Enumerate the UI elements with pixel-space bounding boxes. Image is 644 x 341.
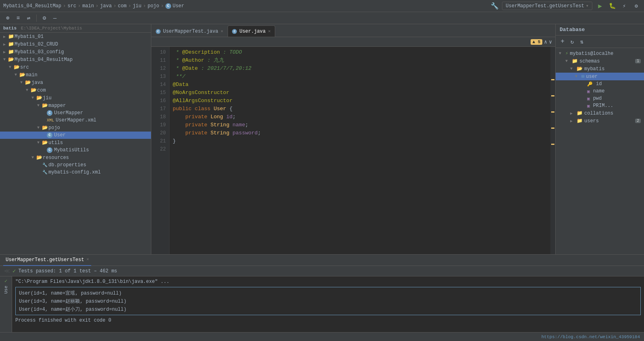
code-line-10: * @Description : TODO (173, 48, 547, 56)
db-user-table[interactable]: ▼ ⊞ user (556, 73, 644, 80)
sidebar-item-user[interactable]: ▶ C User (0, 132, 151, 139)
sidebar-label: Mybatis_03_config (15, 49, 64, 55)
footer-link[interactable]: https://blog.csdn.net/weixin_43959184 (542, 335, 640, 339)
java-file-icon: C (47, 110, 52, 116)
folder-icon: 📂 (7, 56, 15, 63)
toolbar-collapse-btn[interactable]: ≡ (14, 14, 23, 23)
test-pass-icon: ✓ (13, 268, 16, 274)
main-content: batis E:\IDEA_Project\Mybatis ▶ 📁 Mybati… (0, 24, 644, 254)
run-config[interactable]: UserMapperTest.getUsersTest ▾ (502, 2, 592, 10)
warning-badge: ▲ 5 (531, 39, 543, 45)
bottom-tab-test[interactable]: UserMapperTest.getUsersTest × (3, 255, 91, 266)
sidebar-label: Mybatis_01 (15, 34, 44, 40)
warning-down-btn[interactable]: ∨ (549, 39, 552, 45)
nav-back-icon[interactable]: ≪ (4, 268, 10, 274)
sidebar-item-resources[interactable]: ▼ 📂 resources (0, 154, 151, 161)
db-sync-btn[interactable]: ⇅ (577, 37, 586, 46)
db-col-pwd[interactable]: ▶ ▣ pwd (556, 95, 644, 102)
sidebar-label: utils (48, 140, 63, 146)
db-collations[interactable]: ▶ 📁 collations (556, 109, 644, 117)
sidebar-label: MybatisUtils (54, 147, 89, 153)
db-col-name[interactable]: ▶ ▣ name (556, 88, 644, 95)
sidebar-item-dbprops[interactable]: ▶ 🔧 db.properties (0, 161, 151, 169)
output-result-3: User(id=4, name=赵小刀, password=null) (19, 305, 637, 313)
sidebar-label: mybatis-config.xml (48, 169, 101, 175)
sidebar-label: pojo (48, 125, 60, 131)
output-area: ✓ Use "C:\Program Files\Java\jdk1.8.0_13… (0, 276, 644, 332)
sidebar-item-usermapper-xml[interactable]: ▶ XML UserMapper.xml (0, 117, 151, 124)
db-users-label: users (584, 118, 599, 124)
expand-arrow: ▶ (2, 42, 7, 47)
sidebar-item-mybatis02[interactable]: ▶ 📁 Mybatis_02_CRUD (0, 40, 151, 48)
sidebar-item-java[interactable]: ▼ 📂 java (0, 79, 151, 86)
sidebar-item-src[interactable]: ▼ 📂 src (0, 63, 151, 71)
sidebar-item-jiu[interactable]: ▼ 📂 jiu (0, 94, 151, 102)
toolbar-project-btn[interactable]: ⊕ (3, 14, 12, 23)
code-line-14: @Data (173, 81, 547, 89)
folder-icon: 📂 (36, 95, 43, 101)
output-sidebar-label[interactable]: Use (4, 286, 8, 294)
expand-arrow: ▼ (36, 140, 41, 145)
db-connection[interactable]: ▼ ⚡ mybatis@localhe (556, 50, 644, 57)
db-mybatis-icon: 📂 (577, 66, 583, 72)
debug-button[interactable]: 🐛 (608, 2, 617, 10)
db-col-icon: 🔑 (587, 82, 593, 87)
db-refresh-btn[interactable]: ↻ (568, 37, 577, 46)
sidebar-label: com (37, 88, 46, 93)
kotlin-icon: 🔧 (491, 2, 499, 10)
code-line-20: private String password; (173, 129, 547, 137)
sidebar-item-mybatis04[interactable]: ▼ 📂 Mybatis_04_ResultMap (0, 56, 151, 63)
sidebar-item-mybatis01[interactable]: ▶ 📁 Mybatis_01 (0, 33, 151, 40)
sidebar-item-pojo[interactable]: ▼ 📂 pojo (0, 124, 151, 132)
tab-usermappertest[interactable]: C UserMapperTest.java × (151, 25, 228, 37)
db-col-id[interactable]: ▶ 🔑 id (556, 80, 644, 88)
db-connection-icon: ⚡ (565, 50, 568, 56)
code-line-13: **/ (173, 73, 547, 81)
sidebar-item-mybatisconfig[interactable]: ▶ 🔧 mybatis-config.xml (0, 169, 151, 176)
tab-user[interactable]: C User.java × (228, 25, 275, 37)
tab-close-btn[interactable]: × (268, 29, 271, 34)
toolbar-close-btn[interactable]: — (50, 14, 59, 23)
bottom-tab-close[interactable]: × (86, 257, 89, 262)
db-collations-label: collations (584, 111, 613, 116)
run-config-dropdown-icon[interactable]: ▾ (586, 3, 589, 9)
code-content: * @Description : TODO * @Author : 九九 * @… (169, 47, 550, 254)
folder-icon: 📂 (41, 125, 48, 131)
folder-icon: 📂 (41, 140, 48, 146)
db-users[interactable]: ▶ 📁 users 2 (556, 117, 644, 125)
profile-button[interactable]: ⚙ (632, 2, 641, 10)
scroll-mark-1 (551, 79, 554, 80)
sidebar-item-com[interactable]: ▼ 📂 com (0, 86, 151, 94)
scroll-mark-5 (551, 144, 554, 145)
code-editor[interactable]: 10 11 12 13 14 15 16 17 18 19 20 21 22 *… (151, 47, 555, 254)
db-col-label: PRIM... (593, 103, 613, 109)
toolbar-scroll-btn[interactable]: ⇌ (24, 14, 33, 23)
folder-icon: 📁 (7, 41, 15, 47)
tab-close-btn[interactable]: × (221, 29, 224, 34)
db-mybatis[interactable]: ▼ 📂 mybatis (556, 65, 644, 73)
sidebar-item-mapper[interactable]: ▼ 📂 mapper (0, 102, 151, 109)
sidebar-item-mybatis03[interactable]: ▶ 📁 Mybatis_03_config (0, 48, 151, 56)
db-col-icon: ▣ (587, 96, 590, 101)
db-col-prim[interactable]: ▶ ▣ PRIM... (556, 102, 644, 109)
java-tab-icon: C (232, 29, 237, 34)
project-label: batis (3, 26, 17, 31)
coverage-button[interactable]: ⚡ (620, 2, 629, 10)
code-line-11: * @Author : 九九 (173, 56, 547, 65)
sidebar-item-mybatisutils[interactable]: ▶ C MybatisUtils (0, 146, 151, 154)
sidebar-item-usermapper-java[interactable]: ▶ C UserMapper (0, 109, 151, 117)
top-bar: Mybatis_04_ResultMap › src › main › java… (0, 0, 644, 12)
folder-icon: 📂 (36, 155, 43, 161)
bottom-panel: UserMapperTest.getUsersTest × ≪ ✓ Tests … (0, 254, 644, 341)
db-expand-arrow: ▼ (565, 59, 570, 63)
db-schemas[interactable]: ▼ 📁 schemas 1 (556, 57, 644, 65)
sidebar-item-main[interactable]: ▼ 📂 main (0, 71, 151, 79)
code-line-15: @NoArgsConstructor (173, 89, 547, 97)
db-add-btn[interactable]: + (558, 37, 567, 46)
cmd-text: "C:\Program Files\Java\jdk1.8.0_131\bin\… (15, 279, 169, 285)
java-tab-icon: C (156, 29, 161, 34)
sidebar-item-utils[interactable]: ▼ 📂 utils (0, 139, 151, 146)
run-button[interactable]: ▶ (596, 2, 604, 10)
toolbar-settings-btn[interactable]: ⚙ (40, 14, 49, 23)
warning-up-btn[interactable]: ∧ (544, 39, 547, 45)
